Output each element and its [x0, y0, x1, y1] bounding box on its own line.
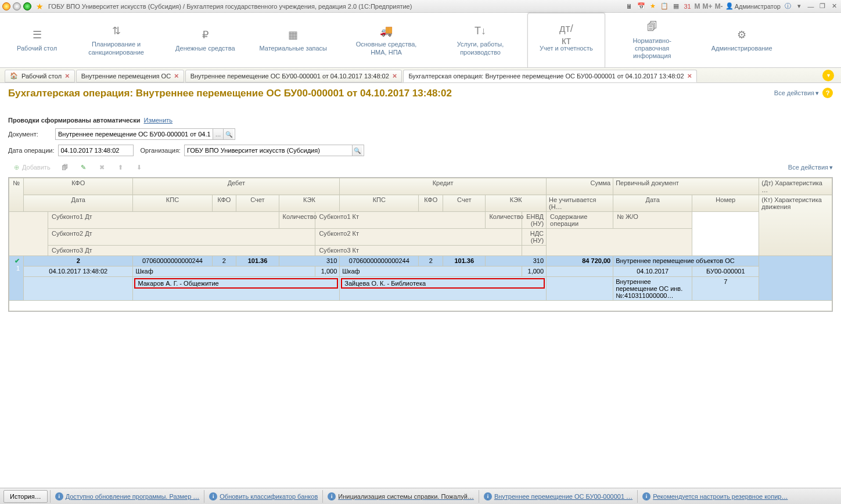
all-actions-button[interactable]: Все действия ▾ [774, 89, 819, 97]
toolbar-icon[interactable]: 📋 [660, 2, 669, 11]
info-icon[interactable]: ⓘ [783, 2, 792, 11]
col-qty-dt[interactable]: Количество [279, 212, 315, 229]
section-item[interactable]: дт/ктУчет и отчетность [527, 13, 605, 67]
edit-button[interactable]: ✎ [76, 161, 92, 173]
postings-grid[interactable]: № КФО Дебет Кредит Сумма Первичный докум… [8, 177, 833, 312]
window-btn[interactable] [13, 2, 21, 10]
section-item[interactable]: ₽Денежные средства [163, 13, 247, 67]
history-button[interactable]: История… [3, 490, 48, 503]
status-link[interactable]: iРекомендуется настроить резервное копир… [637, 490, 792, 503]
search-icon[interactable]: 🔍 [223, 129, 233, 139]
section-item[interactable]: ☰Рабочий стол [5, 13, 69, 67]
move-up-button[interactable]: ⬆ [113, 161, 129, 173]
arrow-down-icon: ⬇ [135, 163, 143, 171]
col-debit[interactable]: Дебет [133, 178, 340, 195]
col-credit[interactable]: Кредит [340, 178, 547, 195]
change-link[interactable]: Изменить [143, 117, 172, 124]
toolbar-icon[interactable]: ▦ [671, 2, 681, 11]
toolbar-icon[interactable]: 📅 [637, 2, 646, 11]
tab[interactable]: Внутренние перемещения ОС× [76, 70, 184, 82]
col-kfo2[interactable]: КФО [212, 195, 236, 212]
col-not-counted[interactable]: Не учитывается (Н… [547, 195, 613, 212]
col-doc-num[interactable]: Номер [692, 195, 759, 212]
col-sub1dt[interactable]: Субконто1 Дт [48, 212, 279, 229]
favorite-icon[interactable]: ★ [36, 2, 44, 11]
status-link[interactable]: iВнутреннее перемещение ОС БУ00-000001 … [479, 490, 637, 503]
col-sub2dt[interactable]: Субконто2 Дт [48, 229, 315, 246]
memory-mminus[interactable]: M- [715, 2, 723, 10]
col-sub1kt[interactable]: Субконто1 Кт [315, 212, 486, 229]
col-sub3kt[interactable]: Субконто3 Кт [315, 246, 522, 256]
status-link[interactable]: iОбновить классификатор банков [204, 490, 322, 503]
window-btn[interactable] [23, 2, 31, 10]
search-icon[interactable]: 🔍 [352, 145, 362, 156]
col-dt-char[interactable]: (Дт) Характеристика … [759, 178, 832, 195]
col-qty-kt[interactable]: Количество [486, 212, 522, 229]
org-field[interactable] [185, 145, 352, 156]
col-nds[interactable]: НДС (НУ) [522, 229, 547, 246]
date-field[interactable] [59, 145, 132, 156]
tab-close-icon[interactable]: × [393, 71, 397, 80]
col-sub2kt[interactable]: Субконто2 Кт [315, 229, 522, 246]
col-account-kt[interactable]: Счет [443, 195, 486, 212]
col-envd[interactable]: ЕНВД (НУ) [522, 212, 547, 229]
restore-icon[interactable]: ❐ [818, 2, 827, 11]
grid-all-actions-button[interactable]: Все действия ▾ [788, 164, 833, 171]
col-kek[interactable]: КЭК [279, 195, 340, 212]
document-field[interactable] [56, 129, 213, 139]
col-sum[interactable]: Сумма [547, 178, 613, 195]
help-icon[interactable]: ? [822, 88, 833, 98]
toolbar-icon[interactable]: 🖩 [625, 2, 634, 11]
date-input[interactable] [58, 145, 134, 156]
table-row[interactable]: 04.10.2017 13:48:02 Шкаф 1,000 Шкаф 1,00… [9, 267, 832, 277]
table-row[interactable]: Макаров А. Г. - Общежитие Зайцева О. К. … [9, 277, 832, 301]
delete-button[interactable]: ✖ [94, 161, 110, 173]
close-icon[interactable]: ✕ [829, 2, 839, 11]
tab[interactable]: Бухгалтерская операция: Внутреннее перем… [403, 70, 697, 82]
col-jo[interactable]: № Ж/О [613, 212, 692, 229]
col-date[interactable]: Дата [24, 195, 133, 212]
tab[interactable]: 🏠Рабочий стол× [5, 70, 75, 82]
col-primary-doc[interactable]: Первичный документ [613, 178, 759, 195]
status-link[interactable]: iИнициализация системы справки. Пожалуй… [322, 490, 479, 503]
add-button[interactable]: ⊕ Добавить [8, 161, 55, 173]
ellipsis-icon[interactable]: … [213, 129, 223, 139]
section-item[interactable]: 🚚Основные средства, НМА, НПА [339, 13, 433, 67]
col-num[interactable]: № [9, 178, 24, 212]
col-kt-char[interactable]: (Кт) Характеристика движения [759, 195, 832, 256]
memory-m[interactable]: M [695, 2, 700, 10]
tabs-dropdown-icon[interactable]: ▾ [822, 70, 834, 81]
window-1c-icon[interactable] [2, 2, 10, 10]
section-label: Денежные средства [175, 45, 235, 52]
tab-close-icon[interactable]: × [65, 71, 70, 80]
section-item[interactable]: ⇅Планирование и санкционирование [69, 13, 163, 67]
memory-mplus[interactable]: M+ [703, 2, 713, 10]
col-kfo-kt[interactable]: КФО [419, 195, 443, 212]
org-input[interactable]: 🔍 [184, 145, 364, 156]
dropdown-icon[interactable]: ▾ [795, 2, 804, 11]
col-sub3dt[interactable]: Субконто3 Дт [48, 246, 315, 256]
tab[interactable]: Внутреннее перемещение ОС БУ00-000001 от… [185, 70, 402, 82]
col-kps-kt[interactable]: КПС [340, 195, 419, 212]
tab-close-icon[interactable]: × [688, 71, 692, 80]
col-op-content[interactable]: Содержание операции [547, 212, 613, 229]
col-kps[interactable]: КПС [133, 195, 212, 212]
section-item[interactable]: T↓Услуги, работы, производство [433, 13, 527, 67]
toolbar-calendar-icon[interactable]: 31 [683, 2, 692, 11]
section-item[interactable]: ▦Материальные запасы [247, 13, 340, 67]
table-row[interactable]: ✔ 1 2 07060000000000244 2 101.36 310 070… [9, 256, 832, 267]
status-link[interactable]: iДоступно обновление программы. Размер … [50, 490, 204, 503]
section-item[interactable]: ⚙Администрирование [699, 13, 785, 67]
toolbar-star-icon[interactable]: ★ [648, 2, 657, 11]
move-down-button[interactable]: ⬇ [131, 161, 148, 173]
tab-close-icon[interactable]: × [174, 71, 179, 80]
col-kek-kt[interactable]: КЭК [486, 195, 547, 212]
document-input[interactable]: … 🔍 [55, 128, 235, 140]
user-label[interactable]: 👤 Администратор [725, 2, 781, 10]
section-item[interactable]: 🗐Нормативно-справочная информация [605, 13, 699, 67]
minimize-icon[interactable]: — [806, 2, 815, 11]
copy-button[interactable]: 🗐 [57, 161, 73, 173]
col-doc-date[interactable]: Дата [613, 195, 692, 212]
col-account[interactable]: Счет [236, 195, 279, 212]
col-kfo[interactable]: КФО [24, 178, 133, 195]
